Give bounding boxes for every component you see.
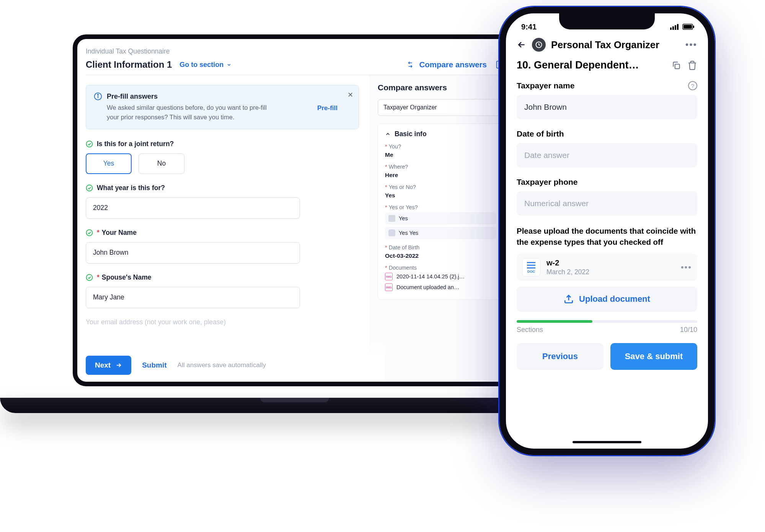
svg-point-3 <box>86 141 93 147</box>
spouse-name-input[interactable] <box>86 287 300 308</box>
file-more-icon[interactable]: ••• <box>681 262 692 272</box>
accordion-header[interactable]: Basic info <box>385 130 496 138</box>
upload-prompt: Please upload the documents that coincid… <box>517 226 697 247</box>
chevron-down-icon <box>227 62 232 67</box>
compare-panel-title: Compare answers <box>378 83 504 92</box>
image-file-icon: IMG <box>385 273 393 280</box>
more-icon[interactable]: ••• <box>685 39 697 50</box>
status-time: 9:41 <box>521 23 537 31</box>
help-icon[interactable]: ? <box>688 81 697 90</box>
required-marker: * <box>97 273 99 281</box>
organizer-select[interactable]: Taxpayer Organizer <box>378 99 504 116</box>
clock-icon <box>532 38 546 52</box>
accordion-title-label: Basic info <box>395 130 427 138</box>
field-yesyes-label: Yes or Yes? <box>389 204 418 210</box>
dob-label: Date of birth <box>517 129 697 138</box>
mobile-page-title: Personal Tax Organizer <box>551 39 680 50</box>
check-circle-icon <box>86 184 93 192</box>
checkbox-option-2[interactable]: Yes Yes <box>385 227 496 239</box>
svg-point-5 <box>86 229 93 236</box>
image-file-icon: IMG <box>385 283 393 291</box>
sections-count: 10/10 <box>680 326 697 334</box>
document-row[interactable]: IMG2020-11-14 14.04.25 (2).j… <box>385 273 496 280</box>
upload-icon <box>564 294 574 304</box>
save-submit-button[interactable]: Save & submit <box>610 343 697 370</box>
progress-bar <box>517 320 697 323</box>
field-dob-label: Date of Birth <box>389 244 420 251</box>
svg-rect-11 <box>677 24 679 30</box>
document-row[interactable]: IMGDocument uploaded an… <box>385 283 496 291</box>
checkbox-option-1[interactable]: Yes <box>385 212 496 225</box>
check-circle-icon <box>86 140 93 148</box>
previous-button[interactable]: Previous <box>517 343 604 370</box>
svg-rect-14 <box>693 26 694 28</box>
compare-answers-link[interactable]: Compare answers <box>406 60 487 69</box>
field-dob-value: Oct-03-2022 <box>385 252 496 259</box>
prefill-banner-title: Pre-fill answers <box>107 93 158 101</box>
trash-icon[interactable] <box>687 60 697 70</box>
mobile-section-title: 10. General Dependent… <box>517 59 665 71</box>
signal-icon <box>670 24 679 30</box>
question-3-label: Your Name <box>102 229 137 237</box>
phone-device: 9:41 Personal Tax Organizer ••• 10. Gene… <box>499 7 714 455</box>
prefill-banner: Pre-fill answers We asked similar questi… <box>86 85 359 129</box>
breadcrumb: Individual Tax Questionnaire <box>86 47 504 55</box>
field-docs-label: Documents <box>389 265 417 271</box>
option-no[interactable]: No <box>139 153 184 174</box>
compare-answers-label: Compare answers <box>419 60 487 69</box>
uploaded-file-row[interactable]: DOC w-2 March 2, 2022 ••• <box>517 254 697 281</box>
taxpayer-phone-label: Taxpayer phone <box>517 177 697 187</box>
svg-rect-10 <box>675 25 676 30</box>
field-yesno-value: Yes <box>385 192 496 199</box>
field-you-value: Me <box>385 151 496 158</box>
submit-link[interactable]: Submit <box>142 361 166 369</box>
upload-document-button[interactable]: Upload document <box>517 286 697 312</box>
field-yesno-label: Yes or No? <box>389 184 416 190</box>
svg-point-2 <box>98 94 98 95</box>
taxpayer-phone-input[interactable]: Numerical answer <box>517 191 697 216</box>
file-name: w-2 <box>546 259 675 267</box>
prefill-action-link[interactable]: Pre-fill <box>317 104 338 112</box>
svg-rect-9 <box>672 26 674 30</box>
info-icon <box>94 92 102 101</box>
check-circle-icon <box>86 229 93 236</box>
next-button-label: Next <box>95 361 111 369</box>
taxpayer-name-label: Taxpayer name <box>517 81 574 90</box>
laptop-device: Individual Tax Questionnaire Client Info… <box>73 34 517 413</box>
check-circle-icon <box>86 274 93 281</box>
your-name-input[interactable] <box>86 242 300 264</box>
goto-section-label: Go to section <box>179 61 223 69</box>
file-date: March 2, 2022 <box>546 268 675 276</box>
doc-file-icon: DOC <box>522 258 540 277</box>
taxpayer-name-input[interactable]: John Brown <box>517 95 697 119</box>
svg-point-6 <box>86 274 93 280</box>
goto-section-link[interactable]: Go to section <box>179 61 232 69</box>
battery-icon <box>682 24 695 30</box>
question-5-ghost: Your email address (not your work one, p… <box>86 318 359 326</box>
close-icon[interactable]: ✕ <box>347 91 353 99</box>
svg-point-4 <box>86 185 93 191</box>
field-where-value: Here <box>385 172 496 179</box>
sections-label: Sections <box>517 326 543 334</box>
basic-info-accordion: Basic info *You? Me *Where? Here <box>378 124 504 300</box>
back-icon[interactable] <box>517 40 527 50</box>
copy-icon[interactable] <box>671 60 681 70</box>
next-button[interactable]: Next <box>86 356 131 375</box>
svg-rect-8 <box>670 28 672 30</box>
question-2-label: What year is this for? <box>97 184 165 192</box>
year-input[interactable] <box>86 197 300 219</box>
prefill-banner-body: We asked similar questions before, do yo… <box>107 103 268 122</box>
question-1-label: Is this for a joint return? <box>97 140 174 148</box>
upload-button-label: Upload document <box>579 294 650 304</box>
required-marker: * <box>97 229 99 237</box>
dob-input[interactable]: Date answer <box>517 143 697 168</box>
compare-icon <box>406 60 414 69</box>
home-indicator <box>573 441 641 443</box>
svg-rect-17 <box>675 64 680 68</box>
field-you-label: You? <box>389 143 401 150</box>
svg-rect-13 <box>683 25 692 29</box>
field-where-label: Where? <box>389 164 408 170</box>
arrow-right-icon <box>115 362 122 369</box>
option-yes[interactable]: Yes <box>86 153 132 174</box>
question-4-label: Spouse's Name <box>102 273 152 281</box>
